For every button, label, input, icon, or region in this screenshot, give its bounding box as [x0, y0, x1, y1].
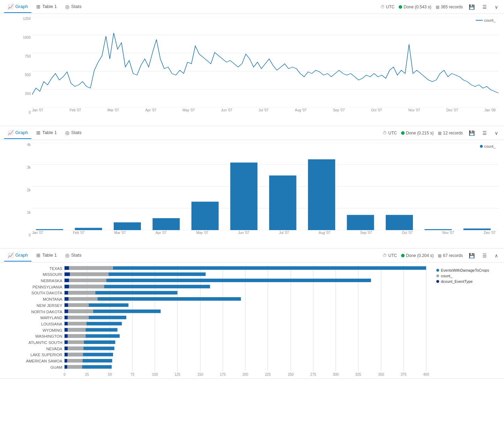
hbar-bar-missouri-dark: [65, 272, 70, 276]
hbar-bar-nd-dark: [65, 309, 68, 313]
x-label-jul07-2: Jul '07: [279, 231, 289, 235]
legend-dot-events: [436, 269, 439, 272]
hbar-label-nevada: NEVADA: [46, 347, 62, 351]
save-btn-1[interactable]: 💾: [467, 3, 476, 11]
x-label-nov07: Nov '07: [408, 108, 420, 112]
tab-graph-label-3: Graph: [15, 252, 28, 258]
hbar-label-atlanticsouth: ATLANTIC SOUTH: [29, 340, 62, 345]
tab-stats-label-2: Stats: [71, 130, 82, 135]
legend-dot-dcount: [436, 280, 439, 283]
hbar-bar-sd-dark: [65, 291, 68, 294]
hbar-bar-ams-gray: [65, 359, 83, 362]
tab-graph-1[interactable]: 📈 Graph: [4, 1, 31, 13]
columns-btn-1[interactable]: ☰: [481, 3, 489, 11]
chevron-down-icon-1[interactable]: ∨: [493, 3, 500, 11]
legend-label-1: count_: [484, 18, 496, 22]
tab-table-3[interactable]: ⊞ Table 1: [33, 250, 60, 262]
y-label-2k: 2k: [27, 188, 31, 192]
legend-2: count_: [480, 144, 496, 148]
hbar-label-nebraska: NEBRASKA: [41, 279, 62, 283]
hbar-bar-mt-gray: [65, 297, 98, 301]
tab-stats-1[interactable]: ◎ Stats: [62, 1, 85, 13]
chart-container-1: 1250 1000 750 500 250 0 count_: [17, 17, 498, 123]
hbar-bar-nd-gray: [65, 309, 93, 313]
columns-btn-2[interactable]: ☰: [481, 129, 489, 137]
y-label-1k: 1k: [27, 211, 31, 214]
x-label-may07-2: May '07: [196, 231, 209, 235]
bar-jan: [36, 229, 63, 230]
hbar-bar-texas-gray: [65, 266, 113, 270]
records-badge-1: ▦ 365 records: [436, 5, 463, 9]
clock-icon-2: ⏱: [383, 131, 387, 135]
utc-badge-2: ⏱ UTC: [383, 131, 397, 135]
stats-icon-1: ◎: [65, 4, 69, 9]
x-label-apr07-2: Apr '07: [156, 231, 166, 235]
tab-graph-label-1: Graph: [15, 4, 28, 9]
y-label-0: 0: [29, 111, 31, 115]
x-label-feb07-2: Feb '07: [73, 231, 84, 235]
legend-label-2: count_: [484, 144, 496, 148]
x-label-mar07-2: Mar '07: [114, 231, 126, 235]
legend-line-1: [476, 20, 483, 21]
hbar-bar-ams-dark: [65, 359, 67, 362]
tab-graph-3[interactable]: 📈 Graph: [4, 250, 31, 262]
tab-stats-3[interactable]: ◎ Stats: [62, 250, 85, 262]
x-label-325-3: 325: [355, 373, 361, 376]
utc-badge-3: ⏱ UTC: [383, 253, 397, 258]
save-btn-2[interactable]: 💾: [467, 129, 476, 137]
hbar-label-wyoming: WYOMING: [43, 328, 62, 332]
x-label-may07: May '07: [183, 108, 195, 112]
legend-label-dcount: dcount_EventType: [441, 279, 473, 284]
toolbar-right-1: ⏱ UTC Done (0.543 s) ▦ 365 records 💾 ☰ ∨: [381, 3, 500, 11]
y-label-1250: 1250: [23, 17, 31, 21]
hbar-bar-nv-dark: [65, 347, 68, 350]
line-path-1: [32, 33, 498, 94]
tab-stats-2[interactable]: ◎ Stats: [62, 127, 85, 139]
hbar-label-guam: GUAM: [51, 365, 62, 369]
hbar-legend-item-count: count_: [436, 274, 500, 278]
hbar-bar-mt-dark: [65, 297, 68, 301]
x-label-dec07: Dec '07: [446, 108, 458, 112]
y-label-4k: 4k: [27, 143, 31, 147]
hbar-bar-nj-dark: [65, 303, 68, 307]
line-chart-svg-1: [32, 17, 498, 108]
x-label-200-3: 200: [242, 373, 248, 376]
x-axis-2: Jan '07 Feb '07 Mar '07 Apr '07 May '07 …: [32, 230, 498, 235]
tab-table-label-1: Table 1: [42, 4, 57, 9]
hbar-bar-guam-dark: [65, 365, 67, 369]
y-axis-1: 1250 1000 750 500 250 0: [17, 17, 32, 115]
tab-graph-2[interactable]: 📈 Graph: [4, 127, 31, 139]
hbar-bar-la-dark: [65, 322, 68, 325]
save-btn-3[interactable]: 💾: [467, 252, 476, 259]
bar-jul: [269, 176, 296, 230]
graph-icon-2: 📈: [8, 130, 14, 135]
hbar-bar-wy-dark: [65, 328, 68, 332]
tab-stats-label-1: Stats: [71, 4, 82, 9]
bar-mar: [114, 222, 141, 230]
x-label-oct07: Oct '07: [371, 108, 382, 112]
x-label-350-3: 350: [378, 373, 384, 376]
bar-chart-svg-2: [32, 143, 498, 230]
hbar-bar-penn-gray: [65, 285, 104, 288]
tab-table-2[interactable]: ⊞ Table 1: [33, 127, 60, 139]
panel-2: 📈 Graph ⊞ Table 1 ◎ Stats ⏱ UTC Done (0.…: [0, 126, 504, 249]
hbar-legend-3: EventsWithDamageToCrops count_ dcount_Ev…: [435, 265, 501, 376]
table-icon-3: ⊞: [36, 252, 40, 258]
tab-table-1[interactable]: ⊞ Table 1: [33, 1, 60, 13]
done-label-1: Done (0.543 s): [404, 5, 431, 9]
hbar-label-montana: MONTANA: [43, 297, 62, 301]
x-label-175-3: 175: [220, 373, 226, 376]
x-label-0-3: 0: [63, 373, 66, 376]
chevron-down-icon-2[interactable]: ∨: [493, 129, 500, 137]
x-label-300-3: 300: [333, 373, 339, 376]
columns-btn-3[interactable]: ☰: [481, 252, 489, 259]
hbar-body-3: TEXAS MISSOURI NEBRASKA PENNSYLVANIA: [0, 263, 504, 379]
x-label-sep07-2: Sep '07: [360, 231, 372, 235]
bar-feb: [75, 228, 102, 230]
chevron-up-icon-3[interactable]: ∧: [493, 252, 500, 259]
x-label-jan07-2: Jan '07: [32, 231, 43, 235]
x-label-jun07-2: Jun '07: [238, 231, 249, 235]
graph-icon-1: 📈: [8, 4, 14, 9]
records-icon-2: ▦: [438, 131, 442, 135]
x-label-50-3: 50: [108, 373, 112, 376]
